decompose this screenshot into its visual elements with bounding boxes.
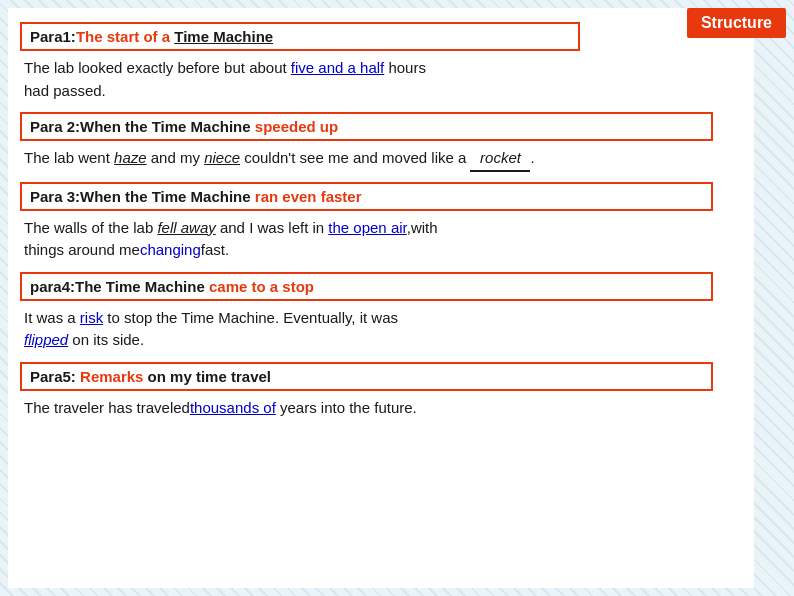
para2-niece: niece [204,149,240,166]
para3-text1: The walls of the lab [24,219,157,236]
para4-normal: The Time Machine [75,278,209,295]
para4-risk: risk [80,309,103,326]
para2-heading: Para 2:When the Time Machine speeded up [20,112,713,141]
para1-heading: Para1:The start of a Time Machine [20,22,580,51]
para4-heading: para4:The Time Machine came to a stop [20,272,713,301]
para1-prefix: Para1: [30,28,76,45]
para4-prefix: para4: [30,278,75,295]
para3-fell: fell away [157,219,215,236]
para5-body: The traveler has traveledthousands of ye… [20,397,742,420]
para2-red: speeded up [255,118,338,135]
para2-text1: The lab went [24,149,114,166]
para3-text4: fast. [201,241,229,258]
para5-text2: years into the future. [276,399,417,416]
para3-red: ran even faster [255,188,362,205]
para4-text2: to stop the Time Machine. Eventually, it… [103,309,398,326]
para5-prefix: Para5: [30,368,80,385]
para3-normal: When the Time Machine [80,188,255,205]
para3-changing: changing [140,241,201,258]
para5-text1: The traveler has traveled [24,399,190,416]
para5-heading: Para5: Remarks on my time travel [20,362,713,391]
para5-thousands: thousands of [190,399,276,416]
para3-body: The walls of the lab fell away and I was… [20,217,742,262]
para5-normal: on my time travel [143,368,271,385]
para2-text3: couldn't see me and moved like a [240,149,471,166]
main-content: Para1:The start of a Time Machine The la… [8,8,754,588]
para1-red: The start of a [76,28,174,45]
para4-flipped: flipped [24,331,68,348]
para2-haze: haze [114,149,147,166]
para5-red: Remarks [80,368,143,385]
structure-button[interactable]: Structure [687,8,786,38]
para3-heading: Para 3:When the Time Machine ran even fa… [20,182,713,211]
para3-prefix: Para 3: [30,188,80,205]
para4-body: It was a risk to stop the Time Machine. … [20,307,742,352]
para4-text3: on its side. [68,331,144,348]
para2-text2: and my [147,149,205,166]
para1-blank-five: five and a half [291,59,384,76]
para1-blank: Time Machine [174,28,273,45]
para3-openair: the open air [328,219,406,236]
para4-red: came to a stop [209,278,314,295]
para2-text4: . [530,149,534,166]
para1-body-text1: The lab looked exactly before but about [24,59,291,76]
para1-body: The lab looked exactly before but about … [20,57,742,102]
para2-prefix: Para 2: [30,118,80,135]
para3-text2: and I was left in [216,219,329,236]
para2-body: The lab went haze and my niece couldn't … [20,147,742,172]
para2-rocket: rocket [470,147,530,172]
para2-normal: When the Time Machine [80,118,255,135]
para4-text1: It was a [24,309,80,326]
